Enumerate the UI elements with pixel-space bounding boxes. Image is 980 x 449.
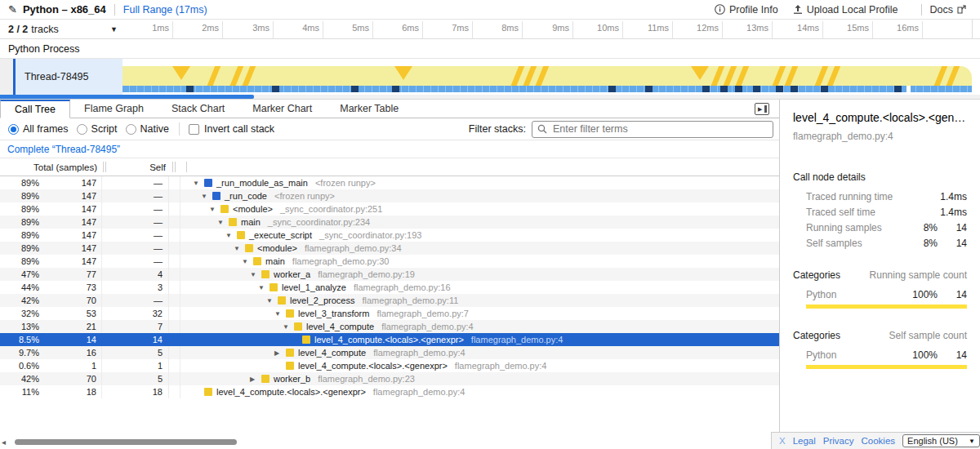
total-samples: 18 bbox=[39, 387, 101, 397]
total-percent: 32% bbox=[0, 309, 39, 318]
table-row[interactable]: 32%5332▼level_3_transformflamegraph_demo… bbox=[0, 307, 779, 320]
ruler-tick-label: 12ms bbox=[673, 23, 719, 33]
jank-marker-icon bbox=[535, 66, 550, 86]
filter-stacks-label: Filter stacks: bbox=[469, 123, 526, 135]
column-header-self[interactable]: Self bbox=[107, 162, 166, 172]
table-row[interactable]: 8.5%1414level_4_compute.<locals>.<genexp… bbox=[0, 333, 779, 346]
table-row[interactable]: 0.6%11level_4_compute.<locals>.<genexpr>… bbox=[0, 359, 779, 372]
language-select[interactable]: English (US) ▼ bbox=[902, 434, 980, 447]
radio-label[interactable]: All frames bbox=[23, 123, 69, 135]
full-range-link[interactable]: Full Range (17ms) bbox=[123, 4, 207, 16]
tab-stack-chart[interactable]: Stack Chart bbox=[158, 99, 238, 118]
expand-arrow-icon[interactable]: ▶ bbox=[274, 349, 286, 357]
sample-strip bbox=[122, 86, 972, 92]
category-square-icon bbox=[302, 336, 310, 344]
tab-marker-chart[interactable]: Marker Chart bbox=[238, 99, 326, 118]
tab-marker-table[interactable]: Marker Table bbox=[326, 99, 412, 118]
function-file: flamegraph_demo.py:4 bbox=[381, 322, 474, 331]
filter-stacks-input[interactable] bbox=[532, 121, 773, 138]
expand-arrow-icon[interactable]: ▼ bbox=[266, 297, 278, 305]
radio-all-frames[interactable] bbox=[8, 124, 19, 135]
expand-arrow-icon[interactable]: ▼ bbox=[258, 284, 270, 291]
total-percent: 89% bbox=[0, 256, 39, 266]
expand-arrow-icon[interactable]: ▼ bbox=[217, 219, 229, 226]
tab-call-tree[interactable]: Call Tree bbox=[0, 100, 70, 118]
jank-marker-icon bbox=[933, 66, 948, 86]
table-row[interactable]: 44%733▼level_1_analyzeflamegraph_demo.py… bbox=[0, 281, 779, 294]
function-name: main bbox=[265, 256, 285, 266]
radio-native[interactable] bbox=[126, 124, 136, 135]
invert-call-stack-checkbox[interactable] bbox=[189, 124, 199, 135]
jank-marker-icon bbox=[394, 66, 412, 80]
table-row[interactable]: 42%705▶worker_bflamegraph_demo.py:23 bbox=[0, 372, 779, 385]
expand-arrow-icon[interactable]: ▼ bbox=[225, 232, 237, 239]
radio-script[interactable] bbox=[77, 124, 87, 135]
upload-profile-button[interactable]: Upload Local Profile bbox=[793, 4, 898, 16]
breadcrumb[interactable]: Complete “Thread-78495” bbox=[7, 144, 120, 155]
function-name: <module> bbox=[257, 243, 297, 253]
profile-info-button[interactable]: Profile Info bbox=[715, 4, 778, 16]
timeline-ruler[interactable]: 1ms2ms3ms4ms5ms6ms7ms8ms9ms10ms11ms12ms1… bbox=[122, 20, 972, 38]
footer-link-privacy[interactable]: Privacy bbox=[823, 436, 854, 446]
tracks-dropdown[interactable]: 2 / 2 tracks ▼ bbox=[0, 20, 122, 38]
expand-arrow-icon[interactable]: ▶ bbox=[250, 376, 261, 383]
column-header-total[interactable]: Total (samples) bbox=[0, 162, 97, 172]
scrollbar-thumb[interactable] bbox=[15, 439, 237, 445]
expand-arrow-icon[interactable]: ▼ bbox=[274, 310, 286, 318]
selected-node-title: level_4_compute.<locals>.<genexpr> bbox=[793, 111, 967, 124]
expand-arrow-icon[interactable]: ▼ bbox=[234, 245, 245, 252]
sidebar-toggle-icon: ▶ bbox=[758, 106, 762, 113]
expand-arrow-icon[interactable]: ▼ bbox=[283, 323, 294, 331]
thread-track[interactable]: Thread-78495 bbox=[0, 59, 980, 95]
thread-track-label[interactable]: Thread-78495 bbox=[16, 59, 122, 95]
table-row[interactable]: 13%217▼level_4_computeflamegraph_demo.py… bbox=[0, 320, 779, 333]
radio-label[interactable]: Native bbox=[140, 123, 169, 135]
total-samples: 77 bbox=[39, 269, 101, 279]
table-row[interactable]: 47%774▼worker_aflamegraph_demo.py:19 bbox=[0, 268, 779, 281]
function-name: worker_b bbox=[274, 374, 310, 384]
table-row[interactable]: 89%147—▼<module>flamegraph_demo.py:34 bbox=[0, 242, 779, 255]
table-row[interactable]: 9.7%165▶level_4_computeflamegraph_demo.p… bbox=[0, 346, 779, 359]
docs-link[interactable]: Docs bbox=[930, 4, 970, 16]
category-bar bbox=[806, 365, 967, 369]
process-track[interactable]: Python Process bbox=[0, 39, 980, 59]
ruler-tick bbox=[772, 21, 773, 38]
ruler-tick-label: 9ms bbox=[523, 23, 569, 33]
radio-label[interactable]: Script bbox=[91, 123, 118, 135]
scroll-left-arrow-icon[interactable]: ◂ bbox=[2, 438, 6, 447]
ruler-tick-label: 11ms bbox=[623, 23, 669, 33]
expand-arrow-icon[interactable]: ▼ bbox=[201, 193, 212, 200]
sample-segment bbox=[753, 86, 760, 92]
footer-link-x[interactable]: X bbox=[779, 436, 786, 446]
table-row[interactable]: 89%147—▼_run_module_as_main<frozen runpy… bbox=[0, 176, 779, 189]
thread-activity-graph[interactable] bbox=[122, 59, 972, 95]
table-row[interactable]: 42%70—▼level_2_processflamegraph_demo.py… bbox=[0, 294, 779, 307]
jank-marker-icon bbox=[510, 66, 525, 86]
self-samples: 4 bbox=[102, 268, 169, 281]
jank-marker-icon bbox=[172, 66, 190, 80]
expand-arrow-icon[interactable]: ▼ bbox=[209, 206, 220, 213]
edit-profile-name-icon[interactable]: ✎ bbox=[8, 3, 17, 16]
footer-link-legal[interactable]: Legal bbox=[793, 436, 816, 446]
detail-row: Traced self time1.4ms bbox=[793, 207, 967, 217]
invert-call-stack-label[interactable]: Invert call stack bbox=[204, 123, 274, 135]
table-row[interactable]: 89%147—▼mainflamegraph_demo.py:30 bbox=[0, 255, 779, 268]
ruler-tick-label: 16ms bbox=[873, 23, 919, 33]
expand-arrow-icon[interactable]: ▼ bbox=[242, 258, 253, 265]
table-row[interactable]: 89%147—▼_run_code<frozen runpy> bbox=[0, 189, 779, 202]
total-samples: 70 bbox=[39, 296, 101, 305]
footer-link-cookies[interactable]: Cookies bbox=[862, 436, 896, 446]
expand-arrow-icon[interactable]: ▼ bbox=[250, 271, 261, 278]
sample-segment bbox=[392, 86, 399, 92]
table-row[interactable]: 11%1818level_4_compute.<locals>.<genexpr… bbox=[0, 385, 779, 398]
tab-flame-graph[interactable]: Flame Graph bbox=[70, 99, 158, 118]
categories-subheading: Self sample count bbox=[840, 330, 967, 341]
sample-gap bbox=[906, 86, 911, 92]
total-percent: 47% bbox=[0, 269, 39, 279]
table-row[interactable]: 89%147—▼<module>_sync_coordinator.py:251 bbox=[0, 202, 779, 216]
table-row[interactable]: 89%147—▼main_sync_coordinator.py:234 bbox=[0, 216, 779, 229]
expand-arrow-icon[interactable]: ▼ bbox=[193, 180, 204, 187]
function-name: main bbox=[241, 217, 261, 227]
collapse-sidebar-button[interactable]: ▶ bbox=[755, 103, 769, 115]
table-row[interactable]: 89%147—▼_execute_script_sync_coordinator… bbox=[0, 229, 779, 242]
